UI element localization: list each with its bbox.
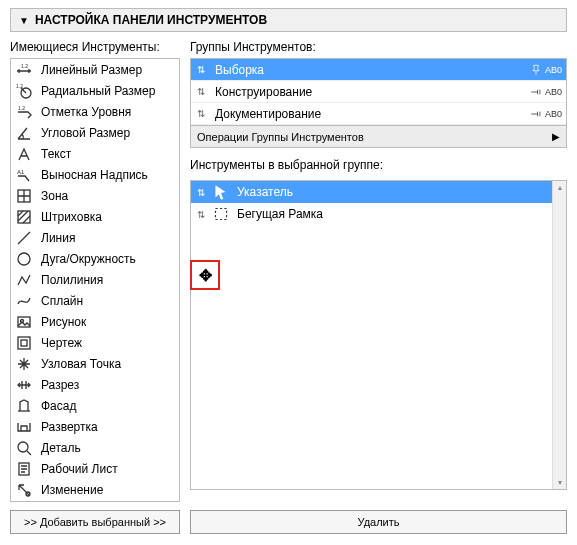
svg-rect-8 xyxy=(18,317,30,327)
tool-item[interactable]: Изменение xyxy=(11,479,179,500)
tool-item[interactable]: Сплайн xyxy=(11,290,179,311)
tool-item[interactable]: 1.2Линейный Размер xyxy=(11,59,179,80)
tool-item[interactable]: Развертка xyxy=(11,416,179,437)
tool-item[interactable]: Рисунок xyxy=(11,311,179,332)
tool-item[interactable]: Камера xyxy=(11,500,179,502)
drag-handle-icon: ⇅ xyxy=(191,209,211,220)
delete-button[interactable]: Удалить xyxy=(190,510,567,534)
tool-item[interactable]: 1.2Отметка Уровня xyxy=(11,101,179,122)
tool-item-label: Деталь xyxy=(41,441,81,455)
line-icon xyxy=(15,229,33,247)
tool-item-label: Развертка xyxy=(41,420,98,434)
svg-text:A1: A1 xyxy=(17,169,25,175)
tool-groups-list[interactable]: ⇅ВыборкаAB0⇅КонструированиеAB0⇅Документи… xyxy=(190,58,567,148)
group-row[interactable]: ⇅ДокументированиеAB0 xyxy=(191,103,566,125)
worksheet-icon xyxy=(15,460,33,478)
group-row[interactable]: ⇅КонструированиеAB0 xyxy=(191,81,566,103)
panel-title: НАСТРОЙКА ПАНЕЛИ ИНСТРУМЕНТОВ xyxy=(35,13,267,27)
panel-header[interactable]: ▼ НАСТРОЙКА ПАНЕЛИ ИНСТРУМЕНТОВ xyxy=(10,8,567,32)
svg-text:1.2: 1.2 xyxy=(18,105,25,111)
dim-radial-icon: 1.2 xyxy=(15,82,33,100)
tool-item[interactable]: Дуга/Окружность xyxy=(11,248,179,269)
group-label: Документирование xyxy=(211,107,529,121)
drag-handle-icon: ⇅ xyxy=(191,108,211,119)
tool-item-label: Линия xyxy=(41,231,75,245)
tool-item[interactable]: Штриховка xyxy=(11,206,179,227)
svg-rect-10 xyxy=(18,337,30,349)
tool-item-label: Сплайн xyxy=(41,294,83,308)
tool-item-label: Зона xyxy=(41,189,68,203)
polyline-icon xyxy=(15,271,33,289)
tool-item[interactable]: Фасад xyxy=(11,395,179,416)
svg-point-12 xyxy=(18,442,28,452)
scrollbar[interactable]: ▴▾ xyxy=(552,181,566,489)
group-label: Выборка xyxy=(211,63,529,77)
group-tool-item[interactable]: ⇅Бегущая Рамка xyxy=(191,203,566,225)
groups-label: Группы Инструментов: xyxy=(190,40,567,54)
tool-item-label: Полилиния xyxy=(41,273,103,287)
group-operations-row[interactable]: Операции Группы Инструментов▶ xyxy=(191,125,566,147)
change-icon xyxy=(15,481,33,499)
drawing-icon xyxy=(15,334,33,352)
section-icon xyxy=(15,376,33,394)
tool-item[interactable]: Линия xyxy=(11,227,179,248)
group-tool-label: Указатель xyxy=(231,185,293,199)
tool-item-label: Угловой Размер xyxy=(41,126,130,140)
available-tools-list[interactable]: 1.2Линейный Размер1.2Радиальный Размер1.… xyxy=(10,58,180,502)
drag-handle-icon: ⇅ xyxy=(191,86,211,97)
drag-handle-icon: ⇅ xyxy=(191,64,211,75)
tool-item-label: Разрез xyxy=(41,378,79,392)
drag-handle-icon: ⇅ xyxy=(191,187,211,198)
group-tool-item[interactable]: ⇅Указатель xyxy=(191,181,566,203)
svg-point-7 xyxy=(18,253,30,265)
tool-item[interactable]: Угловой Размер xyxy=(11,122,179,143)
dim-linear-icon: 1.2 xyxy=(15,61,33,79)
tool-item-label: Рисунок xyxy=(41,315,86,329)
tool-item[interactable]: Полилиния xyxy=(11,269,179,290)
tool-item-label: Линейный Размер xyxy=(41,63,142,77)
tool-item[interactable]: Деталь xyxy=(11,437,179,458)
tool-item[interactable]: Узловая Точка xyxy=(11,353,179,374)
tool-item[interactable]: A1Выносная Надпись xyxy=(11,164,179,185)
group-tools-list[interactable]: ⇅Указатель⇅Бегущая Рамка ▴▾ xyxy=(190,180,567,490)
text-icon xyxy=(15,145,33,163)
tool-item[interactable]: Зона xyxy=(11,185,179,206)
group-badge: AB0 xyxy=(529,63,562,77)
group-label: Конструирование xyxy=(211,85,529,99)
tool-item-label: Чертеж xyxy=(41,336,82,350)
tool-item-label: Узловая Точка xyxy=(41,357,121,371)
group-tool-label: Бегущая Рамка xyxy=(231,207,323,221)
tool-item[interactable]: Рабочий Лист xyxy=(11,458,179,479)
elevation-icon xyxy=(15,397,33,415)
tool-item-label: Рабочий Лист xyxy=(41,462,118,476)
camera-icon xyxy=(15,502,33,503)
tool-item[interactable]: Разрез xyxy=(11,374,179,395)
spline-icon xyxy=(15,292,33,310)
detail-icon xyxy=(15,439,33,457)
marquee-icon xyxy=(211,204,231,224)
arc-icon xyxy=(15,250,33,268)
available-tools-label: Имеющиеся Инструменты: xyxy=(10,40,180,54)
tool-item-label: Радиальный Размер xyxy=(41,84,155,98)
selected-group-label: Инструменты в выбранной группе: xyxy=(190,158,567,172)
interior-icon xyxy=(15,418,33,436)
tool-item-label: Выносная Надпись xyxy=(41,168,148,182)
tool-item-label: Фасад xyxy=(41,399,76,413)
tool-item[interactable]: 1.2Радиальный Размер xyxy=(11,80,179,101)
group-row[interactable]: ⇅ВыборкаAB0 xyxy=(191,59,566,81)
level-icon: 1.2 xyxy=(15,103,33,121)
move-icon: ✥ xyxy=(199,266,212,285)
hotspot-icon xyxy=(15,355,33,373)
resize-handle-overlay[interactable]: ✥ xyxy=(190,260,220,290)
tool-item-label: Изменение xyxy=(41,483,103,497)
arrow-icon xyxy=(211,182,231,202)
tool-item-label: Текст xyxy=(41,147,71,161)
add-selected-button[interactable]: >> Добавить выбранный >> xyxy=(10,510,180,534)
label-icon: A1 xyxy=(15,166,33,184)
tool-item[interactable]: Чертеж xyxy=(11,332,179,353)
tool-item[interactable]: Текст xyxy=(11,143,179,164)
group-operations-label: Операции Группы Инструментов xyxy=(197,131,364,143)
image-icon xyxy=(15,313,33,331)
svg-rect-11 xyxy=(21,340,27,346)
tool-item-label: Отметка Уровня xyxy=(41,105,131,119)
